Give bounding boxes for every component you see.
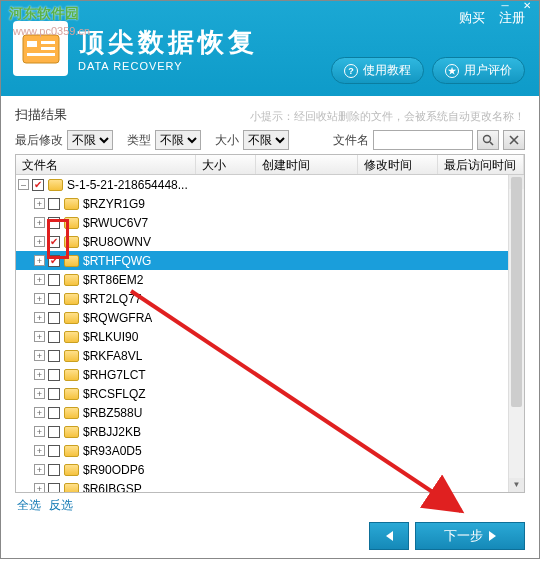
tutorial-button[interactable]: ? 使用教程	[331, 57, 424, 84]
tree-expand-icon[interactable]: +	[34, 388, 45, 399]
file-name: $RU8OWNV	[83, 235, 151, 249]
file-name: $RQWGFRA	[83, 311, 152, 325]
svg-point-5	[484, 136, 491, 143]
tree-expand-icon[interactable]: +	[34, 331, 45, 342]
table-row[interactable]: +$RZYR1G9	[16, 194, 524, 213]
filter-size-select[interactable]: 不限	[243, 130, 289, 150]
checkbox[interactable]	[48, 350, 60, 362]
folder-icon	[63, 235, 79, 249]
checkbox[interactable]	[48, 483, 60, 493]
review-button[interactable]: ★ 用户评价	[432, 57, 525, 84]
file-name: $R93A0D5	[83, 444, 142, 458]
table-row[interactable]: +$RBJJ2KB	[16, 422, 524, 441]
table-row[interactable]: +$R93A0D5	[16, 441, 524, 460]
scroll-thumb[interactable]	[511, 177, 522, 407]
buy-link[interactable]: 购买	[459, 9, 485, 27]
scroll-down-icon[interactable]: ▼	[509, 478, 524, 492]
table-row[interactable]: +$R6IBGSP	[16, 479, 524, 492]
app-title-cn: 顶尖数据恢复	[78, 25, 258, 60]
folder-icon	[63, 254, 79, 268]
tree-expand-icon[interactable]: +	[34, 350, 45, 361]
tree-expand-icon[interactable]: +	[34, 312, 45, 323]
checkbox[interactable]	[48, 255, 60, 267]
table-row[interactable]: +$R90ODP6	[16, 460, 524, 479]
checkbox[interactable]	[48, 293, 60, 305]
checkbox[interactable]	[48, 274, 60, 286]
register-link[interactable]: 注册	[499, 9, 525, 27]
table-row[interactable]: +$RHG7LCT	[16, 365, 524, 384]
checkbox[interactable]	[48, 369, 60, 381]
table-row[interactable]: +$RWUC6V7	[16, 213, 524, 232]
table-row[interactable]: +$RU8OWNV	[16, 232, 524, 251]
hint-text: 小提示：经回收站删除的文件，会被系统自动更改名称！	[250, 109, 525, 124]
folder-icon	[63, 216, 79, 230]
tree-expand-icon[interactable]: +	[34, 274, 45, 285]
tree-expand-icon[interactable]: +	[34, 483, 45, 492]
prev-button[interactable]	[369, 522, 409, 550]
tree-expand-icon[interactable]: +	[34, 407, 45, 418]
chevron-left-icon	[386, 531, 393, 541]
checkbox[interactable]	[48, 331, 60, 343]
table-row[interactable]: +$RT2LQ77	[16, 289, 524, 308]
tree-expand-icon[interactable]: +	[34, 217, 45, 228]
table-row[interactable]: +$RLKUI90	[16, 327, 524, 346]
tree-expand-icon[interactable]: +	[34, 255, 45, 266]
next-button[interactable]: 下一步	[415, 522, 525, 550]
table-row[interactable]: +$RT86EM2	[16, 270, 524, 289]
filter-type-select[interactable]: 不限	[155, 130, 201, 150]
svg-rect-3	[41, 47, 55, 50]
tree-expand-icon[interactable]: +	[34, 369, 45, 380]
filter-modified-select[interactable]: 不限	[67, 130, 113, 150]
file-name: $RT86EM2	[83, 273, 143, 287]
checkbox[interactable]	[48, 464, 60, 476]
folder-icon	[63, 444, 79, 458]
folder-icon	[63, 387, 79, 401]
checkbox[interactable]	[32, 179, 44, 191]
clear-button[interactable]	[503, 130, 525, 150]
file-name: $RWUC6V7	[83, 216, 148, 230]
folder-icon	[63, 197, 79, 211]
checkbox[interactable]	[48, 388, 60, 400]
checkbox[interactable]	[48, 312, 60, 324]
search-button[interactable]	[477, 130, 499, 150]
checkbox[interactable]	[48, 198, 60, 210]
tree-collapse-icon[interactable]: –	[18, 179, 29, 190]
folder-icon	[63, 425, 79, 439]
col-ctime[interactable]: 创建时间	[256, 155, 358, 174]
tree-expand-icon[interactable]: +	[34, 293, 45, 304]
checkbox[interactable]	[48, 217, 60, 229]
checkbox[interactable]	[48, 236, 60, 248]
tree-expand-icon[interactable]: +	[34, 426, 45, 437]
invert-selection-link[interactable]: 反选	[49, 497, 73, 514]
tree-expand-icon[interactable]: +	[34, 464, 45, 475]
select-all-link[interactable]: 全选	[17, 497, 41, 514]
filter-size-label: 大小	[215, 132, 239, 149]
file-name: $RT2LQ77	[83, 292, 141, 306]
search-icon	[482, 134, 494, 146]
checkbox[interactable]	[48, 426, 60, 438]
table-row[interactable]: +$RTHFQWG	[16, 251, 524, 270]
table-row[interactable]: –S-1-5-21-218654448...	[16, 175, 524, 194]
vertical-scrollbar[interactable]: ▲ ▼	[508, 175, 524, 492]
next-label: 下一步	[444, 527, 483, 545]
tree-expand-icon[interactable]: +	[34, 236, 45, 247]
folder-icon	[63, 330, 79, 344]
folder-icon	[63, 406, 79, 420]
table-row[interactable]: +$RKFA8VL	[16, 346, 524, 365]
checkbox[interactable]	[48, 445, 60, 457]
table-row[interactable]: +$RCSFLQZ	[16, 384, 524, 403]
file-name: $RBJJ2KB	[83, 425, 141, 439]
table-row[interactable]: +$RBZ588U	[16, 403, 524, 422]
search-label: 文件名	[333, 132, 369, 149]
tree-expand-icon[interactable]: +	[34, 445, 45, 456]
table-row[interactable]: +$RQWGFRA	[16, 308, 524, 327]
checkbox[interactable]	[48, 407, 60, 419]
col-atime[interactable]: 最后访问时间	[438, 155, 524, 174]
col-size[interactable]: 大小	[196, 155, 256, 174]
col-name[interactable]: 文件名	[16, 155, 196, 174]
watermark-url: www.pc0359.cn	[13, 25, 90, 37]
tree-expand-icon[interactable]: +	[34, 198, 45, 209]
search-input[interactable]	[373, 130, 473, 150]
scan-result-title: 扫描结果	[15, 106, 67, 124]
col-mtime[interactable]: 修改时间	[358, 155, 438, 174]
